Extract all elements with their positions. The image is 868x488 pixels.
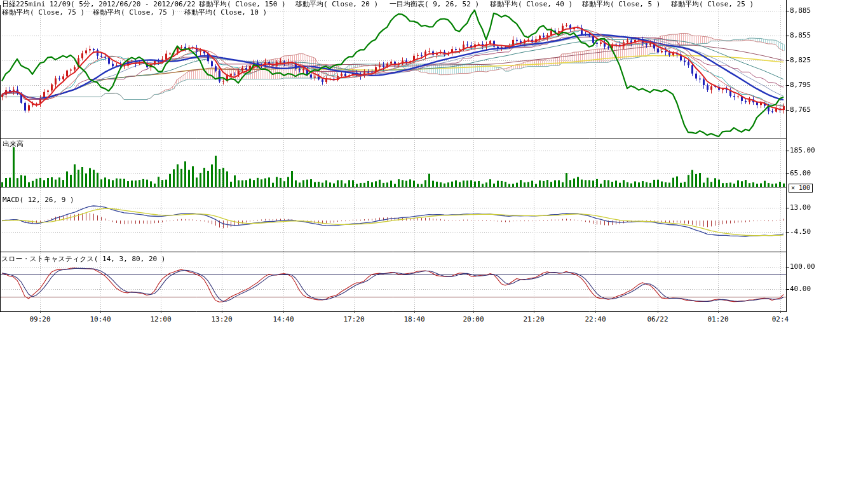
legend-ma-close-25: 移動平均( Close, 25 ) — [671, 1, 754, 8]
time-label: 12:00 — [147, 316, 175, 323]
legend-ma-close-75-a: 移動平均( Close, 75 ) — [2, 9, 85, 17]
time-label: 20:00 — [459, 316, 487, 323]
axis-value-label: 40.00 — [790, 285, 811, 292]
time-label: 06/22 — [644, 316, 672, 323]
axis-value-label: -4.50 — [790, 228, 811, 235]
time-label: 17:20 — [340, 316, 368, 323]
axis-value-label: 8,765 — [790, 106, 811, 113]
axis-value-label: 13.00 — [790, 204, 811, 211]
axis-value-label: 8,885 — [790, 7, 811, 14]
legend-ma-close-150: 移動平均( Close, 150 ) — [199, 1, 286, 8]
axis-value-label: 8,855 — [790, 32, 811, 39]
macd-panel-label: MACD( 12, 26, 9 ) — [3, 196, 74, 203]
legend-ma-close-10: 移動平均( Close, 10 ) — [184, 9, 267, 17]
legend-ma-close-40: 移動平均( Close, 40 ) — [490, 1, 573, 8]
volume-multiplier-badge: × 100 — [789, 184, 813, 193]
legend-ma-close-5: 移動平均( Close, 5 ) — [582, 1, 660, 8]
time-label: 09:20 — [26, 316, 54, 323]
volume-panel-label: 出来高 — [3, 140, 24, 147]
time-label: 21:20 — [520, 316, 548, 323]
chart-canvas[interactable] — [0, 0, 826, 313]
legend-ma-close-20: 移動平均( Close, 20 ) — [295, 1, 378, 8]
axis-value-label: 185.00 — [790, 147, 815, 154]
trading-chart-window: 日経225mini 12/09( 5分, 2012/06/20 - 2012/0… — [0, 0, 868, 488]
time-label: 13:20 — [208, 316, 236, 323]
legend-ma-close-75-b: 移動平均( Close, 75 ) — [93, 9, 175, 17]
axis-value-label: 8,825 — [790, 57, 811, 64]
time-label: 18:40 — [400, 316, 428, 323]
time-label: 22:40 — [581, 316, 609, 323]
axis-value-label: 8,795 — [790, 81, 811, 88]
legend-ichimoku: 一目均衡表( 9, 26, 52 ) — [390, 1, 479, 8]
time-label: 02:4 — [766, 316, 794, 323]
axis-value-label: 100.00 — [790, 263, 815, 270]
stoch-panel-label: スロー・ストキャスティクス( 14, 3, 80, 20 ) — [1, 255, 165, 262]
time-label: 14:40 — [269, 316, 297, 323]
instrument-title: 日経225mini 12/09( 5分, 2012/06/20 - 2012/0… — [2, 1, 204, 8]
axis-value-label: 65.00 — [790, 170, 811, 177]
time-label: 01:20 — [704, 316, 732, 323]
time-label: 10:40 — [86, 316, 114, 323]
